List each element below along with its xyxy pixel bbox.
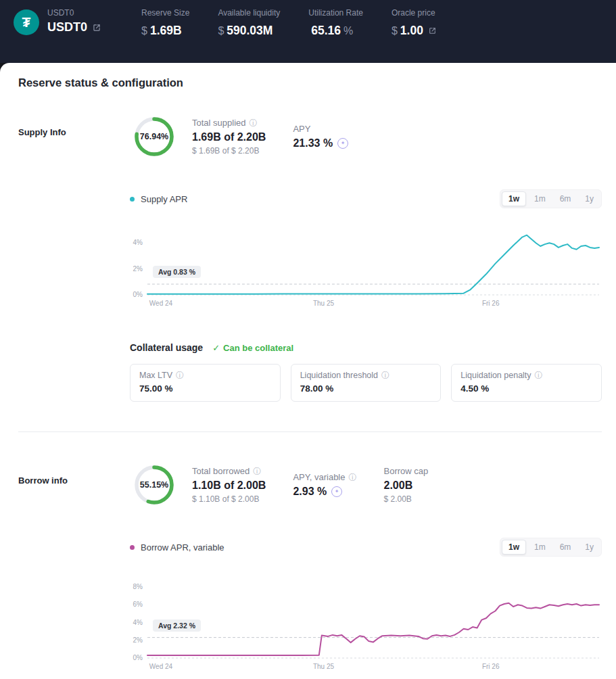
collateral-usage-header: Collateral usage ✓ Can be collateral [130,342,602,353]
range-button-1w[interactable]: 1w [502,540,526,555]
borrow-cap-block: Borrow cap 2.00B $ 2.00B [383,466,428,504]
borrow-legend-label: Borrow APR, variable [141,542,224,553]
stat-oracle-price: Oracle price $1.00 [392,8,437,38]
can-be-collateral-label: Can be collateral [223,343,293,353]
borrow-cap-value: 2.00B [383,479,428,492]
svg-text:2%: 2% [133,265,143,273]
svg-text:Wed 24: Wed 24 [149,300,173,307]
total-supplied-label: Total supplied [192,118,246,128]
svg-text:2%: 2% [133,636,143,644]
stat-reserve-size: Reserve Size $1.69B [141,8,189,38]
supply-apy-block: APY 21.33 %✦ [293,124,348,149]
range-button-1m[interactable]: 1m [528,540,552,554]
svg-text:Fri 26: Fri 26 [482,663,500,670]
borrow-apy-value: 2.93 % [293,486,327,498]
stat-utilization-rate: Utilization Rate 65.16% [308,8,363,38]
token-names: USDT0 USDT0 [47,8,101,34]
external-link-icon[interactable] [92,23,101,32]
supply-apr-avg-badge: Avg 0.83 % [153,266,201,278]
supply-chart-header: Supply APR 1w 1m 6m 1y [130,189,602,208]
borrow-overview: 55.15% Total borrowedⓘ 1.10B of 2.00B $ … [130,461,602,509]
supply-apy-label: APY [293,124,310,134]
range-button-6m[interactable]: 6m [554,192,577,206]
token-logo-icon: ₮ [14,9,39,35]
range-button-1m[interactable]: 1m [528,192,552,206]
stat-label: Oracle price [392,8,437,18]
info-icon[interactable]: ⓘ [176,371,184,379]
borrow-gauge: 55.15% [130,461,179,509]
liquidation-penalty-box: Liquidation penaltyⓘ 4.50 % [451,364,602,402]
reserve-panel: Reserve status & configuration Supply In… [0,63,616,679]
borrow-cap-label: Borrow cap [383,466,428,476]
borrow-apr-chart: 0%2%4%6%8%Wed 24Thu 25Fri 26Avg 2.32 % [130,574,602,676]
info-icon[interactable]: ⓘ [253,467,261,475]
borrow-chart-header: Borrow APR, variable 1w 1m 6m 1y [130,538,602,557]
supply-legend-dot [130,197,135,202]
supply-overview: 76.94% Total suppliedⓘ 1.69B of 2.20B $ … [130,112,602,161]
borrow-section-label: Borrow info [18,461,130,676]
borrow-apr-avg-badge: Avg 2.32 % [153,619,201,632]
supply-gauge-percent: 76.94% [130,112,179,161]
total-borrowed-usd: $ 1.10B of $ 2.00B [192,494,266,504]
svg-text:0%: 0% [133,291,143,298]
merit-incentive-icon[interactable]: ✦ [337,138,348,149]
total-supplied-block: Total suppliedⓘ 1.69B of 2.20B $ 1.69B o… [192,118,266,156]
svg-text:0%: 0% [133,654,143,661]
max-ltv-box: Max LTVⓘ 75.00 % [130,364,281,402]
borrow-legend-dot [130,545,135,550]
stat-value: 65.16 [311,24,341,38]
currency-prefix: $ [141,25,147,37]
borrow-range-selector: 1w 1m 6m 1y [500,538,602,557]
liquidation-penalty-label: Liquidation penalty [460,371,531,380]
stat-suffix: % [343,25,353,37]
token-label: USDT0 [47,8,101,18]
liquidation-threshold-label: Liquidation threshold [300,371,378,380]
check-icon: ✓ [212,343,220,353]
header: ₮ USDT0 USDT0 Reserve Size $1.69B Availa… [0,0,616,63]
liquidation-threshold-value: 78.00 % [300,383,432,394]
stat-value: 590.03M [227,24,273,38]
borrow-cap-usd: $ 2.00B [383,494,428,504]
merit-incentive-icon[interactable]: ✦ [331,486,342,497]
max-ltv-label: Max LTV [139,371,172,380]
range-button-1w[interactable]: 1w [502,191,526,206]
can-be-collateral-badge: ✓ Can be collateral [212,343,293,353]
svg-text:6%: 6% [133,601,143,608]
supply-section-label: Supply Info [18,112,130,402]
oracle-external-link-icon[interactable] [428,26,437,35]
stat-label: Utilization Rate [308,8,363,18]
total-borrowed-value: 1.10B of 2.00B [192,479,266,492]
svg-text:Fri 26: Fri 26 [482,300,500,307]
total-borrowed-label: Total borrowed [192,466,250,476]
svg-text:4%: 4% [133,239,143,246]
total-borrowed-block: Total borrowedⓘ 1.10B of 2.00B $ 1.10B o… [192,466,266,504]
borrow-chart-legend: Borrow APR, variable [130,542,224,553]
info-icon[interactable]: ⓘ [535,371,543,379]
range-button-1y[interactable]: 1y [579,540,600,554]
collateral-boxes: Max LTVⓘ 75.00 % Liquidation thresholdⓘ … [130,364,602,402]
borrow-gauge-percent: 55.15% [130,461,179,509]
svg-text:Thu 25: Thu 25 [313,663,335,670]
info-icon[interactable]: ⓘ [381,371,389,379]
stat-value: 1.00 [400,24,423,38]
currency-prefix: $ [218,25,224,37]
stat-value: 1.69B [150,24,182,38]
info-icon[interactable]: ⓘ [250,119,258,127]
borrow-section: Borrow info 55.15% Total borrowedⓘ 1.10B… [18,461,602,676]
section-divider [18,431,602,432]
range-button-1y[interactable]: 1y [579,192,600,206]
liquidation-penalty-value: 4.50 % [460,383,592,394]
supply-apy-value: 21.33 % [293,137,333,149]
range-button-6m[interactable]: 6m [554,540,577,554]
supply-chart-legend: Supply APR [130,194,187,204]
borrow-apy-block: APY, variableⓘ 2.93 %✦ [293,472,356,498]
stat-label: Reserve Size [141,8,189,18]
svg-text:4%: 4% [133,619,143,626]
total-supplied-usd: $ 1.69B of $ 2.20B [192,146,266,156]
stat-available-liquidity: Available liquidity $590.03M [218,8,280,38]
supply-apr-chart: 0%2%4%Wed 24Thu 25Fri 26Avg 0.83 % [130,226,602,312]
stat-label: Available liquidity [218,8,280,18]
info-icon[interactable]: ⓘ [348,473,356,482]
svg-text:8%: 8% [133,583,143,590]
liquidation-threshold-box: Liquidation thresholdⓘ 78.00 % [291,364,442,402]
